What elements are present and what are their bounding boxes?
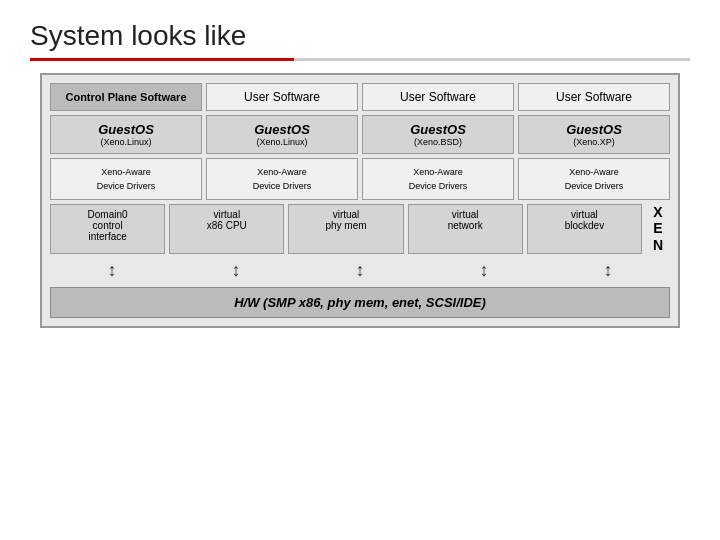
title-area: System looks like [30, 20, 690, 61]
guestos-row: GuestOS (Xeno.Linux) GuestOS (Xeno.Linux… [50, 115, 670, 154]
guestos-label-2: GuestOS [367, 122, 509, 137]
driver-label-1: Xeno-AwareDevice Drivers [253, 167, 312, 191]
xen-x: X [653, 204, 662, 221]
xen-e: E [653, 220, 662, 237]
control-plane-label: Control Plane Software [65, 91, 186, 103]
arrow-1: ↕ [108, 260, 117, 281]
arrow-3: ↕ [356, 260, 365, 281]
driver-cell-3: Xeno-AwareDevice Drivers [518, 158, 670, 199]
user-sw-label-1: User Software [244, 90, 320, 104]
user-sw-cell-1: User Software [206, 83, 358, 111]
xen-label: X E N [646, 204, 670, 254]
guestos-cell-2: GuestOS (Xeno.BSD) [362, 115, 514, 154]
driver-cell-0: Xeno-AwareDevice Drivers [50, 158, 202, 199]
driver-label-0: Xeno-AwareDevice Drivers [97, 167, 156, 191]
title-underline [30, 58, 690, 61]
software-row: Control Plane Software User Software Use… [50, 83, 670, 111]
domain0-cell: Domain0controlinterface [50, 204, 165, 254]
user-sw-cell-3: User Software [518, 83, 670, 111]
arrow-5: ↕ [604, 260, 613, 281]
control-plane-cell: Control Plane Software [50, 83, 202, 111]
domain0-label: Domain0controlinterface [88, 209, 128, 242]
guestos-label-3: GuestOS [523, 122, 665, 137]
virtual-mem-label: virtualphy mem [325, 209, 366, 231]
driver-label-2: Xeno-AwareDevice Drivers [409, 167, 468, 191]
guestos-sub-2: (Xeno.BSD) [367, 137, 509, 147]
driver-row: Xeno-AwareDevice Drivers Xeno-AwareDevic… [50, 158, 670, 199]
driver-cell-1: Xeno-AwareDevice Drivers [206, 158, 358, 199]
virtual-row: Domain0controlinterface virtualx86 CPU v… [50, 204, 670, 254]
xen-n: N [653, 237, 663, 254]
arrow-4: ↕ [480, 260, 489, 281]
virtual-cpu-label: virtualx86 CPU [207, 209, 247, 231]
guestos-label-0: GuestOS [55, 122, 197, 137]
guestos-sub-3: (Xeno.XP) [523, 137, 665, 147]
page-title: System looks like [30, 20, 690, 52]
hw-bar: H/W (SMP x86, phy mem, enet, SCSI/IDE) [50, 287, 670, 318]
slide: System looks like Control Plane Software… [0, 0, 720, 540]
user-sw-label-2: User Software [400, 90, 476, 104]
virtual-blockdev-label: virtualblockdev [565, 209, 604, 231]
arrow-row: ↕ ↕ ↕ ↕ ↕ [50, 258, 670, 283]
user-sw-cell-2: User Software [362, 83, 514, 111]
virtual-cpu-cell: virtualx86 CPU [169, 204, 284, 254]
user-sw-label-3: User Software [556, 90, 632, 104]
guestos-cell-0: GuestOS (Xeno.Linux) [50, 115, 202, 154]
virtual-net-cell: virtualnetwork [408, 204, 523, 254]
guestos-sub-1: (Xeno.Linux) [211, 137, 353, 147]
guestos-cell-3: GuestOS (Xeno.XP) [518, 115, 670, 154]
driver-label-3: Xeno-AwareDevice Drivers [565, 167, 624, 191]
guestos-sub-0: (Xeno.Linux) [55, 137, 197, 147]
arrow-2: ↕ [232, 260, 241, 281]
virtual-blockdev-cell: virtualblockdev [527, 204, 642, 254]
guestos-cell-1: GuestOS (Xeno.Linux) [206, 115, 358, 154]
hw-bar-label: H/W (SMP x86, phy mem, enet, SCSI/IDE) [234, 295, 486, 310]
guestos-label-1: GuestOS [211, 122, 353, 137]
virtual-mem-cell: virtualphy mem [288, 204, 403, 254]
virtual-net-label: virtualnetwork [448, 209, 483, 231]
driver-cell-2: Xeno-AwareDevice Drivers [362, 158, 514, 199]
diagram: Control Plane Software User Software Use… [40, 73, 680, 328]
